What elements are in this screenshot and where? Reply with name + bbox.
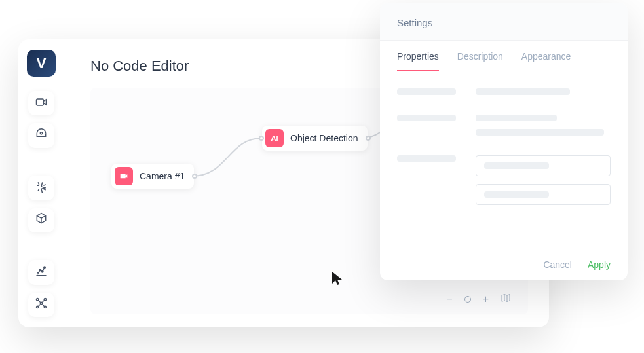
target-icon — [35, 128, 48, 143]
nodes-tool-button[interactable] — [28, 293, 54, 317]
node-label: Camera #1 — [140, 171, 185, 181]
node-camera[interactable]: Camera #1 — [111, 164, 194, 189]
port-out[interactable] — [192, 174, 197, 179]
ai-icon: AI — [265, 129, 284, 147]
cube-icon — [35, 212, 48, 228]
svg-rect-0 — [37, 99, 44, 105]
chart-icon — [35, 265, 48, 280]
placeholder-label — [397, 115, 456, 121]
app-logo: V — [27, 50, 56, 77]
nodes-icon — [35, 297, 48, 312]
node-ai[interactable]: AI Object Detection — [262, 126, 368, 151]
settings-footer: Cancel Apply — [380, 249, 628, 280]
svg-point-10 — [44, 307, 46, 308]
cube-tool-button[interactable] — [28, 208, 54, 232]
port-in[interactable] — [259, 136, 264, 141]
zoom-controls: − + — [446, 293, 511, 305]
zoom-reset-button[interactable] — [464, 296, 471, 303]
node-label: Object Detection — [290, 133, 358, 143]
tab-description[interactable]: Description — [457, 41, 503, 71]
placeholder-input[interactable] — [476, 155, 611, 176]
sparkle-tool-button[interactable] — [28, 176, 54, 200]
svg-point-6 — [40, 303, 42, 305]
target-tool-button[interactable] — [28, 123, 54, 147]
placeholder-input[interactable] — [476, 184, 611, 205]
sparkle-icon — [35, 180, 48, 196]
camera-tool-button[interactable] — [28, 91, 54, 115]
camera-icon — [35, 96, 48, 111]
camera-icon — [115, 167, 133, 185]
apply-button[interactable]: Apply — [588, 259, 611, 270]
tab-appearance[interactable]: Appearance — [521, 41, 571, 71]
settings-panel: Settings Properties Description Appearan… — [380, 3, 628, 280]
form-row — [397, 88, 611, 95]
zoom-in-button[interactable]: + — [483, 294, 489, 305]
settings-header: Settings — [380, 3, 628, 41]
cancel-button[interactable]: Cancel — [543, 259, 572, 270]
svg-point-2 — [37, 272, 39, 274]
settings-tabs: Properties Description Appearance — [380, 41, 628, 71]
chart-tool-button[interactable] — [28, 260, 54, 284]
form-row — [397, 155, 611, 205]
form-row — [397, 115, 611, 136]
svg-point-9 — [37, 307, 39, 308]
placeholder-label — [397, 88, 456, 95]
port-out[interactable] — [366, 136, 371, 141]
placeholder-value — [476, 88, 570, 95]
svg-point-7 — [37, 299, 39, 301]
settings-title: Settings — [397, 17, 611, 28]
sidebar: V — [18, 39, 64, 327]
svg-point-5 — [44, 267, 46, 269]
svg-point-8 — [44, 299, 46, 301]
placeholder-label — [397, 155, 456, 162]
zoom-out-button[interactable]: − — [446, 294, 452, 305]
fit-map-button[interactable] — [501, 293, 511, 305]
cursor-icon — [331, 271, 343, 289]
settings-body — [380, 71, 628, 249]
placeholder-value — [476, 129, 604, 136]
svg-point-1 — [40, 132, 42, 134]
tab-properties[interactable]: Properties — [397, 41, 439, 71]
placeholder-value — [476, 115, 557, 121]
